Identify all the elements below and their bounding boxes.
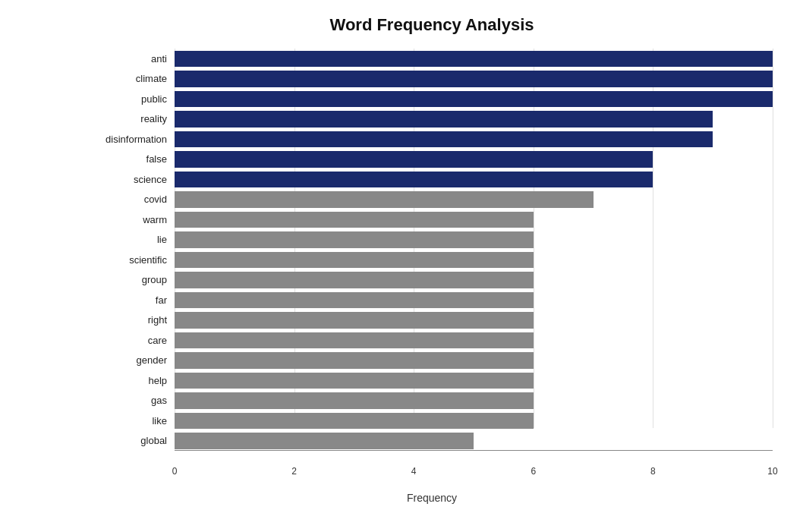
bar-label-disinformation: disinformation	[91, 129, 175, 150]
bar-fill-scientific	[175, 252, 534, 269]
bar-row	[175, 411, 773, 431]
bar-label-far: far	[91, 290, 175, 310]
bar-row	[175, 351, 773, 371]
bar-fill-science	[175, 172, 653, 188]
y-labels: anticlimatepublicrealitydisinformationfa…	[91, 49, 175, 474]
bar-fill-global	[175, 433, 474, 449]
bar-row	[175, 270, 773, 291]
bar-row	[175, 290, 773, 310]
bar-row	[175, 330, 773, 351]
bar-row	[175, 431, 773, 452]
bar-fill-gender	[175, 352, 534, 369]
bar-label-group: group	[91, 270, 175, 291]
bar-label-warm: warm	[91, 209, 175, 230]
bar-label-false: false	[91, 150, 175, 170]
bar-label-help: help	[91, 370, 175, 391]
bar-fill-gas	[175, 392, 534, 409]
bar-label-right: right	[91, 310, 175, 331]
bar-row	[175, 69, 773, 90]
bar-row	[175, 169, 773, 190]
bar-label-gas: gas	[91, 391, 175, 411]
bar-label-science: science	[91, 169, 175, 190]
bar-label-care: care	[91, 330, 175, 351]
bar-label-covid: covid	[91, 190, 175, 210]
bar-fill-anti	[175, 51, 773, 68]
bar-row	[175, 190, 773, 210]
bar-row	[175, 250, 773, 270]
bar-label-climate: climate	[91, 69, 175, 90]
gridline-10	[773, 49, 773, 428]
bar-fill-disinformation	[175, 131, 713, 148]
bar-fill-climate	[175, 71, 773, 87]
bars-area: 0246810	[175, 49, 773, 474]
bar-label-gender: gender	[91, 351, 175, 371]
bar-label-anti: anti	[91, 49, 175, 69]
bar-fill-public	[175, 91, 773, 108]
bar-fill-warm	[175, 212, 534, 228]
bar-row	[175, 109, 773, 130]
bar-row	[175, 391, 773, 411]
bar-row	[175, 230, 773, 250]
bar-label-public: public	[91, 89, 175, 109]
bar-row	[175, 129, 773, 150]
bar-label-like: like	[91, 411, 175, 431]
bar-label-scientific: scientific	[91, 250, 175, 270]
bar-fill-far	[175, 292, 534, 309]
bar-row	[175, 89, 773, 109]
bar-fill-lie	[175, 231, 534, 248]
bar-fill-help	[175, 373, 534, 389]
bar-fill-false	[175, 151, 653, 168]
chart-container: Word Frequency Analysis 0246810 anticlim…	[0, 0, 803, 532]
bar-row	[175, 150, 773, 170]
bar-row	[175, 49, 773, 69]
bar-row	[175, 209, 773, 230]
bar-fill-care	[175, 332, 534, 349]
bar-row	[175, 310, 773, 331]
bar-fill-covid	[175, 191, 594, 208]
x-axis-title: Frequency	[91, 492, 773, 504]
bar-label-reality: reality	[91, 109, 175, 130]
bar-fill-reality	[175, 111, 713, 127]
bar-fill-group	[175, 272, 534, 288]
chart-title: Word Frequency Analysis	[91, 15, 773, 35]
bar-fill-right	[175, 312, 534, 329]
bar-label-lie: lie	[91, 230, 175, 250]
bar-row	[175, 370, 773, 391]
bar-fill-like	[175, 413, 534, 430]
bar-label-global: global	[91, 431, 175, 452]
